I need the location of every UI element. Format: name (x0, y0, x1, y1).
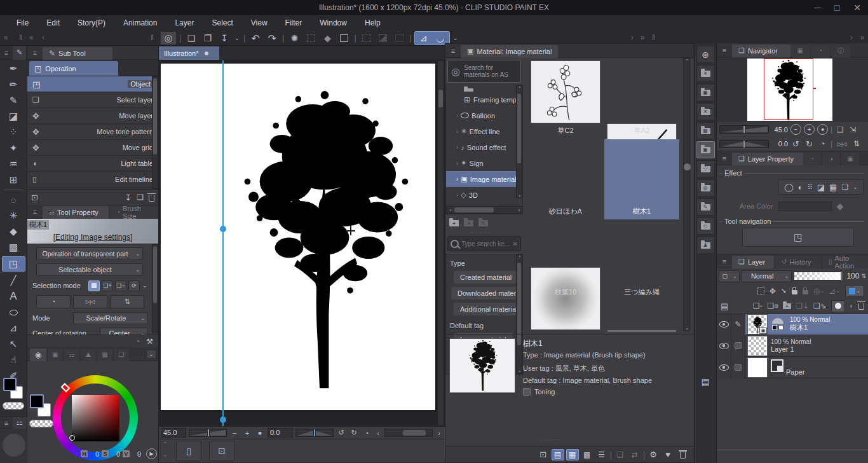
detail-splitter-dots[interactable]: · · · · · (541, 437, 560, 443)
subpalette-menu-icon[interactable]: ≡ (0, 417, 13, 429)
navigator-flip-horizontal-icon[interactable]: ▷|◁ (835, 141, 849, 147)
tab-color-wheel[interactable]: ◉ (30, 349, 46, 361)
effect-chevron-icon[interactable]: ⌄ (853, 184, 858, 190)
select-materials-icon[interactable]: ⊡ (537, 450, 550, 459)
layer3-thumbnail[interactable] (748, 358, 767, 377)
lock-layer-icon[interactable] (792, 287, 797, 296)
tool-eraser[interactable]: ◪ (2, 109, 25, 124)
tool-airbrush[interactable]: ⁘ (2, 125, 25, 140)
image-material-expand-icon[interactable]: › (456, 176, 458, 183)
tag-downloaded-material[interactable]: Downloaded material (451, 287, 519, 300)
menu-layer[interactable]: Layer (166, 18, 203, 27)
search-assets-button[interactable]: ◎ Search for materials on AS (447, 60, 521, 83)
material-settings-icon[interactable]: ⚙ (647, 450, 660, 459)
tab-navigator[interactable]: ❏ Navigator (732, 45, 790, 57)
tab-color-slider[interactable]: ▣ (48, 349, 63, 361)
grid-scroll-thumb[interactable] (684, 163, 691, 170)
navigator-rotate-slider[interactable] (719, 140, 769, 148)
tool-balloon[interactable] (2, 305, 25, 320)
document-tab[interactable]: Illustration* (159, 46, 219, 60)
tag-additional-materials[interactable]: Additional materials (454, 303, 519, 315)
subtool-group-operation[interactable]: ◳ Operation (29, 61, 118, 76)
set-reference-layer-icon[interactable]: ◎⌄ (813, 287, 824, 296)
new-document-button[interactable]: ❏ (184, 31, 199, 45)
tab-light-table2[interactable]: ▣ (841, 153, 859, 165)
tab-color-history[interactable]: ❏ (114, 349, 129, 361)
tab-item-bank[interactable]: ◔ (811, 45, 830, 57)
blend-mode-dropdown[interactable]: Normal⌄ (742, 270, 792, 282)
deselect-button[interactable] (359, 31, 374, 45)
menu-window[interactable]: Window (311, 18, 356, 27)
material-delete-icon[interactable] (676, 450, 689, 459)
tree-item-framing-template[interactable]: ⊞ Framing temp (446, 92, 522, 107)
hscroll-left-icon[interactable]: ‹ (374, 429, 382, 437)
tab-information[interactable]: ⓘ (831, 45, 850, 57)
material-thumb-kusa-c2[interactable] (531, 60, 600, 123)
collapse-left-icon[interactable]: « (4, 33, 8, 42)
tool-pen[interactable]: ✒ (2, 61, 25, 76)
material-menu-icon[interactable]: ≡ (445, 44, 461, 58)
tab-brush-size[interactable]: ◔ Brush Size (110, 206, 158, 219)
zoom-fit-icon[interactable]: ■ (255, 430, 265, 436)
toolbar-tab-icon[interactable]: ✎ (13, 46, 26, 60)
detail-thumbnail[interactable] (449, 338, 515, 393)
canvas-page[interactable] (161, 64, 435, 410)
opacity-slider[interactable] (794, 272, 844, 280)
canvas-hscrollbar[interactable] (384, 429, 433, 437)
effect-extract-line-icon[interactable]: ▦ (829, 183, 837, 192)
page-up-icon[interactable]: ⌃ (163, 441, 168, 448)
cmdbar-collapse-icon[interactable]: ⌄ (435, 34, 442, 43)
folder-manga-button[interactable]: ⁘ (696, 160, 715, 177)
navigator-zoom-out-icon[interactable]: − (790, 124, 801, 135)
timeline-button[interactable]: ▯ (176, 441, 201, 461)
page-down-icon[interactable]: ⌄ (163, 451, 168, 458)
close-button[interactable]: ✕ (846, 1, 868, 15)
subtool-item-select-layer[interactable]: ❏ Select layer (27, 92, 158, 108)
menu-file[interactable]: File (8, 18, 37, 27)
combine-to-lower-layer-icon[interactable]: ❏⇘ (813, 301, 827, 310)
minimize-button[interactable]: ─ (808, 1, 827, 15)
undo-button[interactable]: ↶ (248, 31, 263, 45)
menu-story[interactable]: Story(P) (69, 18, 114, 27)
new-raster-layer-icon[interactable]: ❏+ (753, 301, 763, 310)
grid-scroll-up-icon[interactable]: ⌃ (684, 59, 691, 64)
layer-palette-dropdown[interactable]: ▢⌄ (719, 270, 740, 282)
toolbar-menu-icon[interactable]: ≡ (0, 46, 13, 60)
tab-color-set[interactable]: ⚏ (64, 349, 79, 361)
folder-edit-button[interactable]: ✎ (696, 198, 715, 216)
tab-animation-cel[interactable]: ◔ (803, 153, 821, 165)
dropdown-selectable-object[interactable]: Selectable object⌄ (36, 263, 143, 276)
rename-folder-icon[interactable]: ✎ (478, 220, 488, 226)
tab-layer-property[interactable]: ❏ Layer Property (732, 153, 803, 165)
draft-layer-icon[interactable]: ➘ (781, 287, 787, 295)
folder-tone-button[interactable]: ▦ (696, 122, 715, 139)
navigator-rotate-reset-icon[interactable]: ◔ (817, 139, 828, 148)
favorite-icon[interactable]: ♥ (661, 450, 674, 459)
save-chevron-icon[interactable]: ⌄ (233, 31, 241, 45)
layer2-thumbnail[interactable] (748, 336, 767, 356)
rightdock-expand-all-icon[interactable]: » (860, 33, 865, 42)
tree-hscrollbar[interactable]: ‹ › (446, 206, 523, 214)
clear-button[interactable]: ✺ (287, 31, 302, 45)
selection-border-button[interactable] (392, 31, 407, 45)
splitter-dots[interactable]: · · · · · (471, 230, 491, 235)
save-button[interactable]: ↧ (217, 31, 232, 45)
tool-object[interactable]: ◳ (2, 256, 25, 272)
guide-handle-bottom[interactable] (220, 417, 226, 423)
view-list-icon[interactable]: ☰ (595, 450, 608, 459)
replace-material-icon[interactable]: ⇄ (628, 450, 641, 459)
rotate-value[interactable]: 0.0 (268, 428, 293, 438)
rotate-angle-button[interactable]: ◔ (36, 295, 71, 308)
zoom-value[interactable]: 45.0 (161, 428, 186, 438)
object-guide-line[interactable] (222, 60, 224, 426)
invert-selection-button[interactable] (376, 31, 391, 45)
layer3-visibility-icon[interactable] (719, 364, 729, 371)
subtool-item-move-tone-pattern[interactable]: ✥ Move tone pattern (27, 124, 158, 140)
tree-item-image-material[interactable]: › ▣ Image material (446, 171, 522, 187)
zoom-out-icon[interactable]: − (229, 429, 240, 437)
color-panel-chevron-icon[interactable]: ⌄ (146, 350, 156, 359)
hue-ring[interactable] (53, 375, 138, 460)
menu-filter[interactable]: Filter (276, 18, 311, 27)
effect-dot-icon[interactable]: ⠿ (808, 183, 813, 191)
flip-vertical-button[interactable]: ⇅ (110, 295, 144, 308)
